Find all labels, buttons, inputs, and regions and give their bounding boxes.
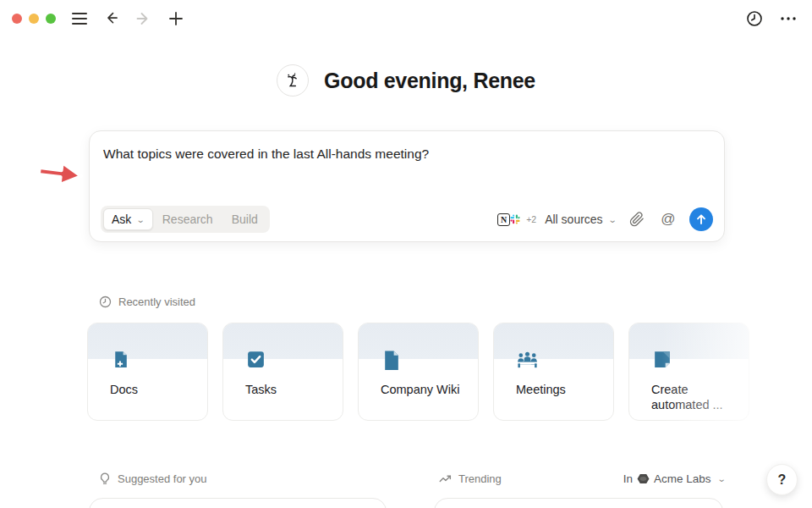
composer-question-input[interactable]: What topics were covered in the last All… <box>103 146 710 162</box>
clock-icon <box>99 295 112 308</box>
recently-visited-cards: Docs Tasks Company Wiki <box>87 323 749 421</box>
task-check-icon <box>245 349 266 370</box>
back-button[interactable] <box>102 8 122 29</box>
chevron-down-icon: ⌄ <box>607 215 617 224</box>
section-title: Recently visited <box>118 295 195 308</box>
page-icon <box>381 349 402 370</box>
more-menu-button[interactable] <box>778 8 798 29</box>
card-label: Create automated ... <box>651 383 737 412</box>
sources-selector[interactable]: N +2 All sources ⌄ <box>497 213 616 226</box>
plus-icon <box>168 11 184 26</box>
card-banner <box>494 323 613 359</box>
composer-toolbar: Ask ⌄ Research Build N <box>101 207 713 232</box>
arrow-left-icon <box>103 10 120 27</box>
annotation-arrow-icon <box>33 152 86 198</box>
forward-button[interactable] <box>134 8 154 29</box>
card-docs[interactable]: Docs <box>87 323 208 421</box>
card-banner <box>223 323 343 359</box>
help-button[interactable]: ? <box>766 464 798 495</box>
zoom-window-button[interactable] <box>46 14 56 24</box>
ai-composer[interactable]: What topics were covered in the last All… <box>89 130 725 242</box>
chevron-down-icon: ⌄ <box>716 474 726 483</box>
ellipsis-icon <box>779 10 798 27</box>
submit-button[interactable] <box>689 207 713 231</box>
suggested-header: Suggested for you <box>99 472 207 485</box>
card-meetings[interactable]: Meetings <box>493 323 614 421</box>
card-label: Meetings <box>516 383 601 398</box>
card-company-wiki[interactable]: Company Wiki <box>358 323 479 421</box>
card-label: Tasks <box>245 383 331 398</box>
palm-face-icon <box>277 64 309 97</box>
card-banner <box>629 323 749 359</box>
app-window: Good evening, Renee What topics were cov… <box>0 0 812 508</box>
card-tasks[interactable]: Tasks <box>222 323 343 421</box>
mode-ask-button[interactable]: Ask ⌄ <box>103 208 153 230</box>
card-banner <box>359 323 478 359</box>
page-title: Good evening, Renee <box>324 69 535 93</box>
suggested-card[interactable] <box>89 498 387 508</box>
section-title: Suggested for you <box>118 472 207 485</box>
card-create-automated[interactable]: Create automated ... <box>628 323 749 421</box>
traffic-lights <box>12 14 56 24</box>
card-label: Docs <box>110 383 195 398</box>
arrow-right-icon <box>135 10 152 27</box>
lightbulb-icon <box>99 472 111 485</box>
trending-header: Trending <box>439 472 502 485</box>
mode-switcher: Ask ⌄ Research Build <box>101 206 270 233</box>
mode-build-button[interactable]: Build <box>222 208 267 230</box>
mode-label: Ask <box>112 213 131 226</box>
notion-icon: N <box>497 213 510 226</box>
history-button[interactable] <box>744 8 765 29</box>
workspace-selector[interactable]: In Acme Labs ⌄ <box>622 472 725 485</box>
mode-research-button[interactable]: Research <box>153 208 222 230</box>
arrow-up-icon <box>695 213 707 225</box>
all-sources-label: All sources <box>545 213 602 226</box>
trending-card[interactable] <box>434 498 723 508</box>
help-label: ? <box>778 472 787 488</box>
new-tab-button[interactable] <box>166 8 186 29</box>
section-title: Trending <box>458 472 502 485</box>
hamburger-icon[interactable] <box>69 8 90 29</box>
chevron-down-icon: ⌄ <box>136 215 145 224</box>
doc-plus-icon <box>110 349 131 370</box>
meeting-people-icon <box>516 349 539 370</box>
paperclip-icon <box>629 212 645 227</box>
greeting-header: Good evening, Renee <box>0 64 812 97</box>
minimize-window-button[interactable] <box>29 14 39 24</box>
extra-sources-count: +2 <box>526 214 536 224</box>
workspace-name: Acme Labs <box>654 472 711 485</box>
slack-icon <box>508 213 522 226</box>
card-label: Company Wiki <box>381 383 466 398</box>
mention-button[interactable]: @ <box>658 209 678 229</box>
attach-button[interactable] <box>627 209 647 229</box>
trending-up-icon <box>439 473 452 484</box>
recently-visited-header: Recently visited <box>99 295 195 308</box>
template-icon <box>651 349 672 370</box>
at-sign-icon: @ <box>661 211 675 228</box>
card-banner <box>88 323 207 359</box>
workspace-prefix: In <box>623 472 633 485</box>
close-window-button[interactable] <box>12 14 22 24</box>
clock-icon <box>746 10 763 27</box>
acme-logo-icon <box>637 473 650 484</box>
window-topbar <box>0 0 812 37</box>
